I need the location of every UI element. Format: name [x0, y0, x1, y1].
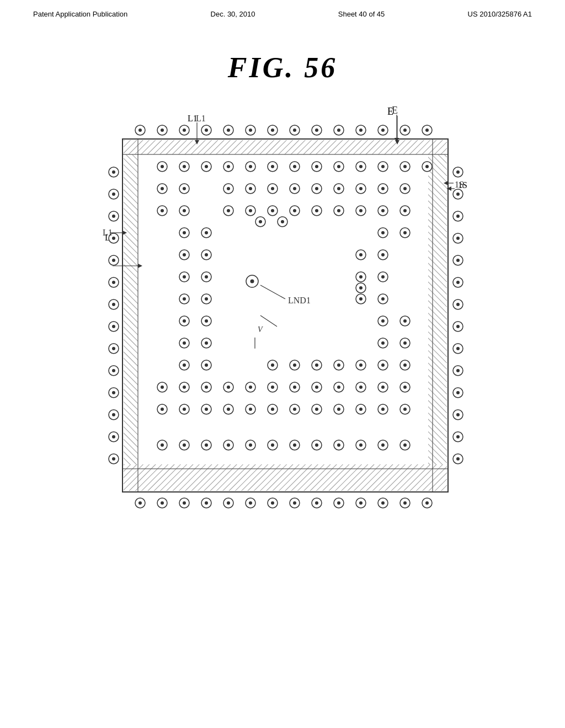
svg-text:LND1: LND1: [288, 296, 311, 305]
svg-point-76: [422, 498, 432, 508]
svg-point-28: [201, 125, 211, 135]
svg-point-150: [334, 162, 344, 172]
svg-point-130: [453, 432, 463, 442]
svg-point-312: [268, 404, 278, 414]
svg-point-284: [223, 382, 233, 392]
svg-point-126: [453, 388, 463, 398]
svg-point-64: [290, 498, 300, 508]
svg-point-101: [112, 413, 115, 416]
svg-point-35: [271, 129, 274, 132]
svg-point-217: [183, 253, 186, 256]
svg-point-251: [403, 319, 407, 323]
svg-point-195: [315, 209, 318, 212]
svg-line-20: [260, 315, 277, 326]
svg-point-97: [112, 369, 115, 372]
svg-point-149: [315, 165, 318, 168]
svg-point-210: [201, 228, 211, 238]
svg-point-347: [381, 443, 385, 447]
svg-rect-11: [428, 154, 447, 464]
svg-point-295: [337, 386, 340, 389]
svg-point-226: [201, 272, 211, 282]
svg-point-341: [315, 443, 318, 447]
label-l1-top: L1: [188, 114, 198, 124]
svg-point-327: [161, 443, 164, 447]
svg-point-133: [456, 457, 460, 461]
svg-point-170: [290, 184, 300, 194]
svg-point-107: [456, 170, 460, 174]
svg-point-194: [312, 206, 322, 216]
svg-point-123: [456, 347, 460, 350]
svg-point-236: [201, 294, 211, 304]
svg-point-79: [112, 170, 115, 174]
svg-point-141: [227, 165, 230, 168]
page-header: Patent Application Publication Dec. 30, …: [0, 0, 565, 18]
svg-rect-0: [122, 139, 448, 492]
svg-point-322: [378, 404, 388, 414]
svg-point-271: [337, 363, 340, 367]
svg-point-215: [403, 231, 407, 234]
svg-point-41: [337, 129, 340, 132]
svg-point-208: [179, 228, 189, 238]
svg-point-151: [337, 165, 340, 168]
svg-point-39: [315, 129, 318, 132]
svg-point-80: [109, 189, 119, 199]
svg-point-50: [135, 498, 145, 508]
svg-point-292: [312, 382, 322, 392]
svg-point-214: [400, 228, 410, 238]
svg-point-267: [293, 363, 296, 367]
svg-rect-8: [124, 140, 447, 154]
svg-point-261: [183, 363, 186, 367]
svg-point-306: [201, 404, 211, 414]
svg-point-22: [135, 125, 145, 135]
svg-point-252: [179, 338, 189, 348]
svg-point-209: [183, 231, 186, 234]
svg-point-296: [356, 382, 366, 392]
svg-point-256: [378, 338, 388, 348]
svg-point-259: [403, 341, 407, 345]
svg-point-37: [293, 129, 296, 132]
svg-point-104: [109, 454, 119, 464]
svg-point-144: [268, 162, 278, 172]
svg-point-49: [425, 129, 429, 132]
svg-point-111: [456, 215, 460, 218]
svg-point-345: [359, 443, 363, 447]
svg-point-63: [271, 501, 274, 505]
svg-point-197: [337, 209, 340, 212]
svg-point-83: [112, 215, 115, 218]
svg-point-162: [179, 184, 189, 194]
svg-point-125: [456, 369, 460, 372]
svg-point-91: [112, 303, 115, 306]
svg-point-308: [223, 404, 233, 414]
svg-point-248: [378, 316, 388, 326]
svg-point-343: [337, 443, 340, 447]
svg-point-89: [112, 281, 115, 284]
svg-point-254: [201, 338, 211, 348]
svg-point-160: [157, 184, 167, 194]
svg-point-297: [359, 386, 363, 389]
svg-point-309: [227, 408, 230, 411]
svg-point-46: [400, 125, 410, 135]
svg-point-113: [456, 237, 460, 240]
svg-point-136: [179, 162, 189, 172]
svg-point-324: [400, 404, 410, 414]
svg-point-191: [271, 209, 274, 212]
svg-point-147: [293, 165, 296, 168]
svg-point-109: [456, 192, 460, 196]
svg-point-260: [179, 360, 189, 370]
svg-point-193: [293, 209, 296, 212]
svg-point-33: [249, 129, 252, 132]
svg-point-198: [356, 206, 366, 216]
svg-point-342: [334, 440, 344, 450]
svg-point-265: [271, 363, 274, 367]
svg-point-190: [268, 206, 278, 216]
svg-point-223: [381, 253, 385, 256]
svg-point-211: [205, 231, 208, 234]
svg-point-340: [312, 440, 322, 450]
svg-point-314: [290, 404, 300, 414]
svg-point-73: [381, 501, 385, 505]
svg-point-229: [250, 280, 254, 283]
svg-point-92: [109, 322, 119, 331]
svg-point-189: [249, 209, 252, 212]
svg-point-140: [223, 162, 233, 172]
svg-point-269: [315, 363, 318, 367]
